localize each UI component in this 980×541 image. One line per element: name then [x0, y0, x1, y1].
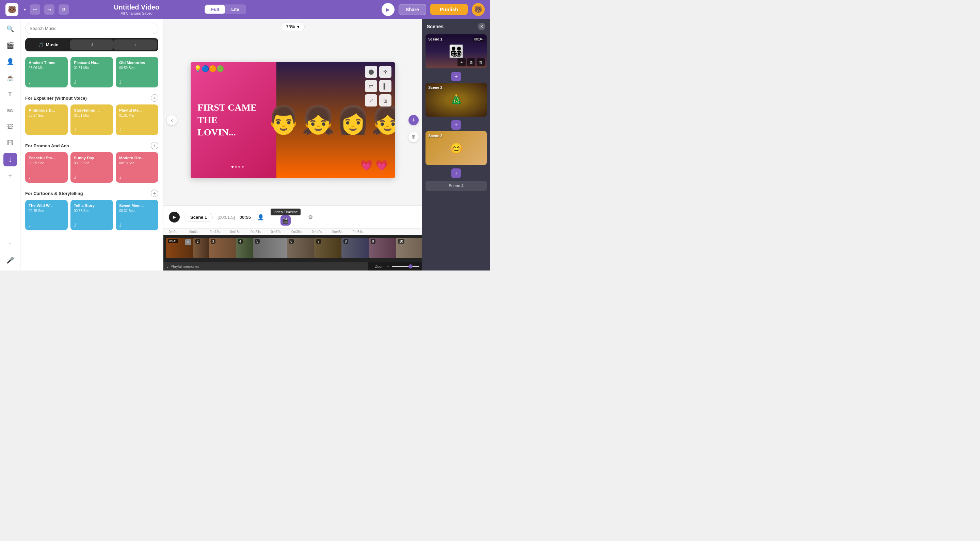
music-card-old-memories[interactable]: Old Memories 00:59 Sec ♩ [116, 57, 158, 87]
save-status: All Changes Saved [73, 11, 200, 15]
music-card-playful[interactable]: Playful Me... 01:01 Min ♩ [116, 105, 158, 135]
timeline-track[interactable]: 00:41 ✎ 2 3 4 5 [163, 235, 422, 262]
section-add-button[interactable]: + [151, 189, 158, 197]
music-card-peaceful[interactable]: Peaceful Sta... 00:29 Sec ♩ [25, 152, 68, 183]
music-card-storytelling[interactable]: Storytelling ... 01:31 Min ♩ [70, 105, 113, 135]
add-after-scene-3-button[interactable]: + [451, 168, 461, 178]
zoom-slider[interactable] [392, 266, 419, 267]
expand-button[interactable]: ⤢ [365, 94, 377, 106]
music-tab-notes[interactable]: ♩ [70, 40, 114, 50]
music-card-wild[interactable]: The Wild W... 00:45 Sec ♩ [25, 200, 68, 230]
collapse-left-button[interactable]: ‹ [167, 115, 177, 125]
card-duration: 00:32 Sec [119, 209, 155, 213]
images-icon: 🖼 [7, 124, 13, 131]
view-lite-button[interactable]: Lite [225, 5, 245, 14]
upload-music-icon: ↑ [134, 42, 137, 47]
sidebar-item-images[interactable]: 🖼 [3, 120, 17, 134]
timeline-clip-10[interactable]: 10 [396, 238, 422, 258]
avatar[interactable]: 🐻 [472, 3, 485, 16]
music-tab-music[interactable]: 🎵 Music [27, 40, 70, 50]
scenes-close-button[interactable]: ✕ [478, 23, 485, 30]
timeline-play-button[interactable]: ▶ [169, 212, 180, 222]
timeline-clip-9[interactable]: 9 [369, 238, 396, 258]
share-button[interactable]: Share [399, 4, 426, 15]
music-card-tell-story[interactable]: Tell a Story 00:38 Sec ♩ [70, 200, 113, 230]
sidebar-item-voice[interactable]: 🎤 [3, 254, 17, 267]
timeline-clip-1[interactable]: 00:41 ✎ [166, 238, 193, 258]
section-title: For Promos And Ads [25, 143, 69, 148]
preview-play-button[interactable]: ▶ [382, 3, 395, 16]
timeline-clip-6[interactable]: 6 [287, 238, 314, 258]
canvas-toolbar: 73% ▾ [163, 19, 422, 35]
music-note-icon: ♩ [74, 127, 76, 132]
music-tab-upload[interactable]: ↑ [113, 40, 157, 50]
music-card-sunny-day[interactable]: Sunny Day 00:39 Sec ♩ [70, 152, 113, 183]
ruler-mark-4: 0m24s [251, 230, 271, 234]
view-full-button[interactable]: Full [205, 5, 225, 14]
zoom-selector[interactable]: 73% ▾ [281, 22, 304, 31]
music-card-ancient-times[interactable]: Ancient Times 03:06 Min ♩ [25, 57, 68, 87]
add-after-scene-2-button[interactable]: + [451, 120, 461, 130]
sidebar-item-people[interactable]: 👤 [3, 55, 17, 68]
sidebar-item-add[interactable]: + [3, 169, 17, 183]
section-add-button[interactable]: + [151, 142, 158, 149]
timeline-zoom-control: - Zoom + [368, 263, 422, 270]
video-timeline-button[interactable]: 🎬 [280, 216, 291, 225]
timeline-clip-8[interactable]: 8 [341, 238, 369, 258]
timeline-clip-5[interactable]: 5 [253, 238, 287, 258]
scenes-title: Scenes [427, 24, 444, 29]
zoom-plus-icon[interactable]: + [387, 264, 390, 268]
section-header: For Cartoons & Storytelling + [25, 189, 158, 197]
swap-button[interactable]: ⇄ [365, 80, 377, 92]
timeline-clip-7[interactable]: 7 [314, 238, 341, 258]
search-input[interactable] [25, 23, 158, 34]
scene-2-thumbnail[interactable]: 🎄 Scene 2 [425, 82, 487, 117]
delete-element-button[interactable]: 🗑 [379, 94, 391, 106]
main-area: 🔍 🎬 👤 ☕ T BG 🖼 🎞 ♩ + ↑ [0, 19, 490, 271]
scene-4-item[interactable]: Scene 4 [425, 181, 487, 191]
add-after-scene-1-button[interactable]: + [451, 72, 461, 81]
sidebar-item-media[interactable]: 🎬 [3, 38, 17, 52]
play-icon: ▶ [386, 7, 390, 12]
color-picker-button[interactable]: ⬤ [365, 66, 377, 78]
settings-timeline-button[interactable]: ⚙ [305, 212, 315, 222]
delete-scene-button[interactable]: 🗑 [409, 132, 419, 142]
sidebar-item-music[interactable]: ♩ [3, 153, 17, 167]
logo-button[interactable]: 🐻 [5, 3, 18, 16]
scene-1-thumbnail[interactable]: 👨‍👩‍👧‍👦 Scene 1 00:04 + ⧉ 🗑 [425, 34, 487, 68]
timeline-clip-2[interactable]: 2 [193, 238, 208, 258]
sidebar-item-search[interactable]: 🔍 [3, 22, 17, 36]
music-cards-explainer: Ambitious D... 00:27 Sec ♩ Storytelling … [25, 105, 158, 135]
music-card-pleasant[interactable]: Pleasant Ha... 01:31 Min ♩ [70, 57, 113, 87]
logo-chevron-icon[interactable]: ▾ [24, 7, 26, 12]
sidebar-item-objects[interactable]: ☕ [3, 71, 17, 85]
scene-1-add-button[interactable]: + [458, 58, 466, 67]
move-button[interactable]: ✛ [379, 66, 391, 78]
zoom-minus-icon[interactable]: - [371, 264, 372, 268]
add-scene-right-button[interactable]: + [409, 115, 419, 125]
section-add-button[interactable]: + [151, 94, 158, 102]
redo-button[interactable]: ↪ [44, 5, 54, 14]
sidebar-item-templates[interactable]: 🎞 [3, 136, 17, 150]
avatar-timeline-button[interactable]: 👤 [256, 212, 266, 222]
timeline-clip-3[interactable]: 3 [208, 238, 236, 258]
scene-3-thumbnail[interactable]: 😊 Scene 3 [425, 131, 487, 165]
publish-button[interactable]: Publish [430, 4, 468, 15]
music-card-sweet-mem[interactable]: Sweet Mem... 00:32 Sec ♩ [116, 200, 158, 230]
scene-1-copy-button[interactable]: ⧉ [467, 58, 475, 67]
music-note-icon: ♩ [74, 175, 76, 180]
dot-2 [235, 166, 237, 168]
sidebar-item-background[interactable]: BG [3, 104, 17, 117]
templates-icon: 🎞 [7, 140, 13, 147]
sidebar-item-text[interactable]: T [3, 87, 17, 101]
canvas-area: 73% ▾ ‹ 💡🔵🟠🟢 First came the Lovin... [163, 19, 422, 271]
undo-button[interactable]: ↩ [30, 5, 40, 14]
copy-button[interactable]: ⧉ [59, 5, 69, 14]
sidebar-item-upload[interactable]: ↑ [3, 237, 17, 251]
music-card-modern-orc[interactable]: Modern Orc... 00:18 Sec ♩ [116, 152, 158, 183]
music-card-ambitious[interactable]: Ambitious D... 00:27 Sec ♩ [25, 105, 68, 135]
video-title[interactable]: Untitled Video [73, 3, 200, 11]
timeline-clip-4[interactable]: 4 [236, 238, 253, 258]
split-button[interactable]: ▌ [379, 80, 391, 92]
scene-1-delete-button[interactable]: 🗑 [477, 58, 485, 67]
